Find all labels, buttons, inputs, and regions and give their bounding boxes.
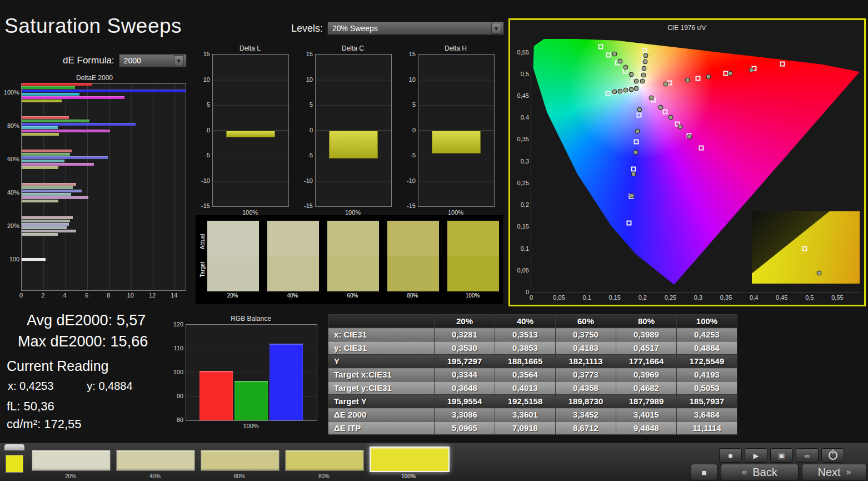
axis-tick-label: -15 xyxy=(297,202,313,209)
table-cell: 0,3281 xyxy=(435,328,495,341)
patch-button-100%[interactable] xyxy=(370,447,450,472)
axis-tick-label: 5 xyxy=(297,101,313,108)
cie-measured-marker xyxy=(749,67,754,72)
delta-chart-title: Delta H xyxy=(418,44,493,52)
cie-preview-target-marker xyxy=(802,246,807,251)
cie-measured-marker xyxy=(642,66,647,71)
navigation-controls: ■ « Back Next » xyxy=(691,464,867,480)
swatch-pair xyxy=(447,220,500,292)
play-button[interactable]: ▶ xyxy=(745,448,767,463)
axis-tick-label: 120 xyxy=(166,321,183,328)
axis-tick-label: 12 xyxy=(149,292,156,299)
axis-tick-label: 15 xyxy=(194,51,210,57)
cie-measured-marker xyxy=(623,65,628,70)
target-row-label: Target xyxy=(199,259,206,281)
deltae-bar xyxy=(22,96,124,99)
patch-button-label: 40% xyxy=(116,473,194,479)
table-cell: 9,4848 xyxy=(616,422,677,435)
table-cell: 195,9554 xyxy=(435,395,495,408)
table-cell: 185,7937 xyxy=(677,395,737,408)
axis-tick-label: 0,05 xyxy=(553,294,565,301)
measurement-table: 20%40%60%80%100% x: CIE310,32810,35130,3… xyxy=(328,314,737,435)
table-cell: 0,3513 xyxy=(495,328,556,341)
xy-reading: x: 0,4253y: 0,4884 xyxy=(8,380,166,393)
cie-chart-title: CIE 1976 u'v' xyxy=(510,24,864,32)
axis-tick-label: 10 xyxy=(297,76,313,83)
table-header-row: 20%40%60%80%100% xyxy=(328,315,737,328)
deltae-bar xyxy=(22,190,82,192)
power-button[interactable] xyxy=(821,448,844,463)
axis-tick-label: -15 xyxy=(400,202,416,209)
table-cell: 172,5549 xyxy=(677,355,737,368)
deltae-bar xyxy=(22,116,69,119)
table-column-header: 20% xyxy=(435,315,495,328)
chevron-down-icon: ▼ xyxy=(491,23,501,34)
cie-measured-marker xyxy=(623,87,628,92)
actual-swatch xyxy=(267,221,319,256)
cie-measured-marker xyxy=(628,72,633,77)
table-cell: 0,3750 xyxy=(556,328,616,341)
cie-measured-marker xyxy=(677,124,682,129)
x-reading: x: 0,4253 xyxy=(8,380,53,392)
cie-measured-marker xyxy=(648,95,654,100)
green-bar xyxy=(235,381,268,420)
deltae-bar xyxy=(22,86,75,89)
loop-button[interactable]: ∞ xyxy=(796,448,819,463)
deltae-plot: 100%80%60%40%20%100 xyxy=(21,83,186,291)
table-row-label: Target y:CIE31 xyxy=(328,381,435,395)
stop-button[interactable]: ■ xyxy=(719,448,742,463)
cie-plot: 0,550,50,450,40,350,30,250,20,150,10,050… xyxy=(531,39,860,292)
deltae-bars xyxy=(22,149,186,169)
deltae-group: 40% xyxy=(22,182,186,202)
deltae-group-label: 20% xyxy=(1,222,19,229)
de-formula-dropdown[interactable]: 2000 ▼ xyxy=(119,54,187,67)
axis-tick-label: -10 xyxy=(297,177,313,184)
axis-tick-label: 0,15 xyxy=(511,223,529,230)
patch-button-40%[interactable] xyxy=(116,450,195,471)
axis-tick-label: 0 xyxy=(511,289,529,295)
axis-tick-label: -15 xyxy=(194,202,210,209)
cie-target-marker xyxy=(598,44,603,49)
patch-button-20%[interactable] xyxy=(32,450,111,471)
stop-square-icon: ■ xyxy=(701,468,706,477)
axis-tick-label: 0,1 xyxy=(511,245,529,252)
patch-button-60%[interactable] xyxy=(201,450,280,471)
delta-charts: Delta L151050-5-10-15100%Delta C151050-5… xyxy=(194,44,506,218)
table-cell: 0,3648 xyxy=(435,381,495,395)
table-cell: 177,1664 xyxy=(616,355,677,368)
marker-button[interactable]: ▣ xyxy=(770,448,793,463)
axis-tick-label: -10 xyxy=(400,177,416,184)
cie-measured-marker xyxy=(641,72,646,77)
cie-target-marker xyxy=(634,140,639,145)
next-button[interactable]: Next » xyxy=(802,464,867,480)
stop-square-button[interactable]: ■ xyxy=(691,464,717,480)
deltae-bar xyxy=(22,230,76,232)
cie-target-marker xyxy=(780,61,785,66)
de-formula-value: 2000 xyxy=(124,56,141,65)
axis-tick-label: 0,5 xyxy=(511,71,529,77)
rgb-chart-title: RGB Balance xyxy=(186,315,316,323)
delta-chart: Delta L151050-5-10-15100% xyxy=(194,44,289,218)
back-button-label: Back xyxy=(752,466,777,479)
cie-target-marker xyxy=(663,110,668,115)
levels-dropdown[interactable]: 20% Sweeps ▼ xyxy=(327,22,504,35)
cie-measured-marker xyxy=(687,134,692,139)
deltae-bar xyxy=(22,196,88,199)
axis-tick-label: 0,15 xyxy=(609,294,621,301)
delta-chart: Delta H151050-5-10-15100% xyxy=(400,44,495,218)
y-reading: y: 0,4884 xyxy=(87,380,132,392)
deltae-group-label: 60% xyxy=(1,156,19,162)
table-row: ΔE 20003,30863,36013,34523,40153,6484 xyxy=(328,408,737,422)
table-column-header: 40% xyxy=(495,315,556,328)
swatch-label: 100% xyxy=(447,292,498,299)
patch-button-80%[interactable] xyxy=(285,450,364,471)
deltae-bar xyxy=(22,183,76,186)
page-title: Saturation Sweeps xyxy=(4,14,182,38)
swatch-pair xyxy=(207,220,260,292)
back-button[interactable]: « Back xyxy=(721,464,799,480)
swatch-label: 60% xyxy=(327,292,378,299)
cie-measured-marker xyxy=(658,105,663,110)
table-cell: 0,5053 xyxy=(677,381,737,395)
axis-tick-label: 0,25 xyxy=(665,294,676,301)
table-row: Target x:CIE310,33440,35640,37730,39690,… xyxy=(328,368,737,381)
